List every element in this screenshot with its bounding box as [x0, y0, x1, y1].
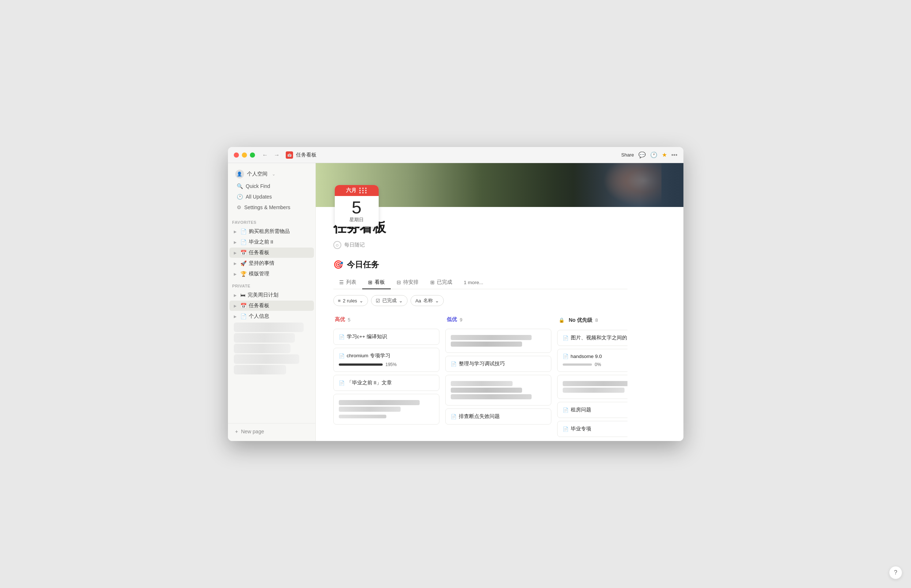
history-icon[interactable]: 🕐	[650, 151, 657, 158]
star-icon[interactable]: ★	[662, 151, 667, 158]
card-grad-article[interactable]: 📄 「毕业之前 II」文章	[333, 375, 439, 391]
sidebar: 👤 个人空间 ⌄ 🔍 Quick Find 🕐 All Updates ⚙ Se…	[228, 163, 316, 441]
sidebar-item-taskboard-fav[interactable]: ▶ 📅 任务看板	[230, 247, 314, 258]
sidebar-item-profile[interactable]: ▶ 📄 个人信息	[230, 311, 314, 321]
column-title-high: 高优	[335, 316, 345, 323]
card-blurred-no1[interactable]	[557, 375, 628, 399]
new-page-button[interactable]: + New page	[232, 426, 311, 437]
blurred-sidebar-item	[234, 323, 304, 332]
back-button[interactable]: ←	[261, 151, 270, 159]
private-list: ▶ 🛏 完美周日计划 ▶ 📅 任务看板 ▶ 📄 个人信息	[228, 290, 316, 376]
daily-note-label: 每日随记	[344, 242, 365, 248]
comment-icon[interactable]: 💬	[638, 151, 646, 158]
page-icon: 📄	[339, 380, 345, 386]
filter-pill-completed[interactable]: ☑ 已完成 ⌄	[371, 295, 408, 306]
allupdates-label: All Updates	[246, 194, 272, 200]
tab-pending[interactable]: ⊟ 待安排	[391, 276, 424, 289]
tab-list[interactable]: ☰ 列表	[333, 276, 362, 289]
quickfind-label: Quick Find	[246, 183, 270, 189]
blurred-sidebar-item	[234, 333, 295, 342]
blurred-line	[563, 381, 628, 386]
titlebar-right: Share 💬 🕐 ★ •••	[621, 151, 678, 158]
sidebar-item-template[interactable]: ▶ 🏆 模版管理	[230, 269, 314, 279]
card-blurred-low2[interactable]	[445, 375, 551, 405]
blurred-line	[451, 335, 532, 340]
page-icon: 📄	[451, 361, 456, 367]
forward-button[interactable]: →	[273, 151, 282, 159]
sidebar-item-settings[interactable]: ⚙ Settings & Members	[234, 202, 309, 212]
traffic-lights	[234, 152, 255, 158]
page-icon: 📄	[563, 335, 568, 341]
expand-icon: ▶	[234, 229, 238, 234]
card-blurred-high[interactable]	[333, 394, 439, 425]
app-body: 👤 个人空间 ⌄ 🔍 Quick Find 🕐 All Updates ⚙ Se…	[228, 163, 683, 441]
card-breakpoint-title: 📄 排查断点失效问题	[451, 413, 546, 420]
private-section-label: PRIVATE	[228, 279, 316, 290]
minimize-button[interactable]	[242, 152, 247, 158]
sidebar-item-grad2[interactable]: ▶ 📄 毕业之前 II	[230, 237, 314, 247]
tab-board-label: 看板	[375, 279, 385, 286]
column-title-nopriority: No 优先级	[569, 317, 593, 324]
card-image-spacing-title: 📄 图片、视频和文字之间的间距问题	[563, 334, 628, 341]
blurred-line	[339, 407, 401, 412]
card-graduation[interactable]: 📄 毕业专项	[557, 421, 628, 437]
card-rent[interactable]: 📄 租房问题	[557, 402, 628, 418]
chevron-down-icon: ⌄	[399, 298, 403, 304]
page-icon-title: 📅 任务看板	[286, 151, 621, 159]
expand-icon: ▶	[234, 251, 238, 255]
blurred-line	[451, 342, 522, 347]
clock-icon: 🕐	[237, 194, 243, 200]
more-icon[interactable]: •••	[672, 152, 678, 158]
share-button[interactable]: Share	[621, 152, 634, 158]
blurred-sidebar-item	[234, 344, 291, 353]
card-image-spacing[interactable]: 📄 图片、视频和文字之间的间距问题	[557, 330, 628, 346]
tab-pending-label: 待安排	[403, 279, 419, 286]
favorites-list: ▶ 📄 购买租房所需物品 ▶ 📄 毕业之前 II ▶ 📅 任务看板 ▶ 🚀	[228, 226, 316, 279]
card-debug[interactable]: 📄 整理与学习调试技巧	[445, 356, 551, 372]
chevron-down-icon: ⌄	[359, 298, 363, 304]
chevron-down-icon: ⌄	[272, 171, 275, 177]
sidebar-item-buy[interactable]: ▶ 📄 购买租房所需物品	[230, 226, 314, 237]
sidebar-item-sunday[interactable]: ▶ 🛏 完美周日计划	[230, 290, 314, 300]
tab-completed[interactable]: ⊞ 已完成	[424, 276, 458, 289]
calendar-weekday: 星期日	[336, 216, 377, 225]
workspace-item[interactable]: 👤 个人空间 ⌄	[232, 168, 311, 181]
sidebar-item-persist[interactable]: ▶ 🚀 坚持的事情	[230, 258, 314, 268]
expand-icon: ▶	[234, 262, 238, 265]
card-breakpoint[interactable]: 📄 排查断点失效问题	[445, 409, 551, 425]
priv3-label: 个人信息	[249, 313, 269, 320]
card-chromium-title: 📄 chromium 专项学习	[339, 352, 434, 359]
tab-board[interactable]: ⊞ 看板	[362, 276, 391, 289]
fav3-label: 任务看板	[249, 249, 269, 256]
card-cpp[interactable]: 📄 学习c++ 编译知识	[333, 329, 439, 345]
sidebar-item-allupdates[interactable]: 🕐 All Updates	[234, 192, 309, 202]
progress-label: 0%	[595, 362, 601, 367]
gear-icon: ⚙	[237, 204, 241, 210]
calendar-header: 六月	[335, 185, 379, 196]
page-icon: 📅	[286, 151, 293, 159]
close-button[interactable]	[234, 152, 239, 158]
column-title-low: 低优	[447, 316, 457, 323]
expand-icon: ▶	[234, 272, 238, 276]
hero-image-container: 六月 5 星期日	[316, 163, 683, 207]
card-handsome[interactable]: 📄 handsome 9.0 0%	[557, 349, 628, 372]
blurred-line	[451, 388, 522, 393]
check-icon: ☑	[376, 298, 380, 304]
filter-pill-rules[interactable]: ≡ 2 rules ⌄	[333, 295, 369, 306]
page-icon: 📄	[563, 407, 568, 413]
help-button[interactable]: ?	[889, 566, 902, 579]
card-blurred-low1[interactable]	[445, 329, 551, 353]
tab-more[interactable]: 1 more...	[458, 276, 489, 289]
filter-pill-name[interactable]: Aa 名称 ⌄	[411, 295, 444, 306]
main-content: 六月 5 星期日 任务看板	[316, 163, 683, 441]
board-columns: 高优 5 📄 学习c++ 编译知识 📄 chr	[333, 313, 628, 440]
column-header-nopriority: 🔒 No 优先级 8 +	[557, 313, 628, 327]
sidebar-item-quickfind[interactable]: 🔍 Quick Find	[234, 181, 309, 191]
card-chromium[interactable]: 📄 chromium 专项学习 195%	[333, 348, 439, 372]
blurred-line	[339, 415, 386, 418]
column-header-high: 高优 5	[333, 313, 439, 326]
fav2-label: 毕业之前 II	[249, 239, 273, 246]
app-window: ← → 📅 任务看板 Share 💬 🕐 ★ ••• 👤 个人空间 ⌄	[228, 147, 683, 441]
maximize-button[interactable]	[250, 152, 255, 158]
sidebar-item-taskboard-priv[interactable]: ▶ 📅 任务看板	[230, 300, 314, 311]
